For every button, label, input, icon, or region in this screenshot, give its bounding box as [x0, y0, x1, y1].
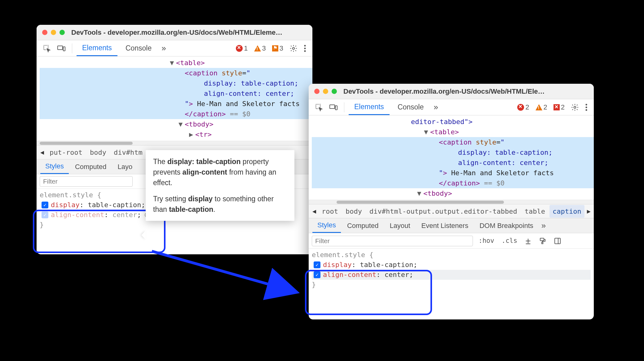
flag-icon [272, 45, 278, 51]
svg-point-3 [293, 47, 295, 49]
titlebar: DevTools - developer.mozilla.org/en-US/d… [37, 25, 312, 40]
close-icon[interactable] [42, 30, 47, 35]
rule-selector: element.style { [312, 250, 591, 260]
styles-filter-input[interactable] [40, 176, 133, 187]
subtab-dom-breakpoints[interactable]: DOM Breakpoints [474, 218, 538, 233]
styles-filter-row: :hov .cls [309, 233, 594, 249]
svg-rect-1 [58, 46, 63, 50]
new-style-rule-icon[interactable] [523, 236, 533, 246]
device-toggle-icon[interactable] [327, 102, 340, 113]
minimize-icon[interactable] [323, 89, 328, 94]
inspect-icon[interactable] [313, 101, 325, 113]
hov-toggle[interactable]: :hov [477, 235, 496, 247]
crumb-item[interactable]: body [87, 146, 109, 159]
svg-rect-9 [330, 105, 335, 109]
tab-console[interactable]: Console [392, 99, 429, 115]
dom-tree[interactable]: ▼<table> <caption style=" display: table… [37, 56, 312, 141]
close-icon[interactable] [314, 89, 320, 94]
styles-pane[interactable]: element.style { ✓ display: table-caption… [309, 249, 594, 293]
device-toggle-icon[interactable] [55, 43, 68, 54]
maximize-icon[interactable] [60, 30, 65, 35]
svg-rect-2 [63, 47, 65, 51]
breadcrumb: ◀ root body div#html-output.output.edito… [309, 204, 594, 218]
crumb-next-icon[interactable]: ▶ [586, 206, 592, 216]
tabs-overflow-icon[interactable]: » [160, 43, 168, 53]
dom-tree[interactable]: editor-tabbed"> ▼<table> <caption style=… [309, 115, 594, 200]
checkbox-on-icon[interactable]: ✓ [42, 202, 48, 208]
checkbox-on-icon[interactable]: ✓ [314, 271, 320, 278]
error-square-icon [554, 104, 560, 110]
crumb-item[interactable]: div#htm [111, 146, 146, 159]
subtab-styles[interactable]: Styles [312, 218, 341, 233]
svg-rect-20 [555, 238, 560, 244]
styles-filter-input[interactable] [312, 236, 473, 246]
cls-toggle[interactable]: .cls [500, 235, 519, 247]
warning-icon [536, 104, 542, 110]
svg-point-12 [585, 104, 587, 105]
warning-icon [254, 45, 261, 51]
crumb-item[interactable]: div#html-output.output.editor-tabbed [366, 205, 520, 218]
devtools-toolbar: Elements Console » 2 2 2 [309, 99, 594, 115]
window-title: DevTools - developer.mozilla.org/en-US/d… [71, 29, 282, 37]
style-property-display[interactable]: ✓ display: table-caption; [312, 260, 591, 270]
status-info[interactable]: 3 [270, 44, 285, 52]
subtab-styles[interactable]: Styles [40, 159, 69, 174]
checkbox-on-icon[interactable]: ✓ [314, 261, 320, 268]
maximize-icon[interactable] [332, 89, 337, 94]
elements-panel: editor-tabbed"> ▼<table> <caption style=… [309, 115, 594, 319]
svg-point-13 [585, 106, 587, 108]
crumb-item[interactable]: put-root [46, 146, 86, 159]
svg-point-6 [304, 50, 306, 52]
styles-subtabs: Styles Computed Layout Event Listeners D… [309, 218, 594, 233]
svg-rect-18 [540, 238, 544, 241]
error-icon [236, 45, 243, 52]
subtab-event-listeners[interactable]: Event Listeners [417, 218, 474, 233]
subtab-layout[interactable]: Layout [385, 218, 415, 233]
svg-rect-10 [335, 106, 337, 110]
status-warnings[interactable]: 2 [534, 103, 549, 111]
rule-close-brace: } [312, 280, 591, 290]
tab-elements[interactable]: Elements [349, 99, 390, 115]
tab-elements[interactable]: Elements [77, 40, 117, 56]
css-hint-tooltip: The display: table-caption property prev… [146, 150, 294, 221]
crumb-item[interactable]: root [319, 205, 341, 218]
crumb-prev-icon[interactable]: ◀ [311, 206, 317, 216]
tab-console[interactable]: Console [120, 40, 157, 56]
tabs-overflow-icon[interactable]: » [432, 102, 440, 112]
computed-panel-icon[interactable] [552, 235, 563, 247]
devtools-window-right: DevTools - developer.mozilla.org/en-US/d… [309, 84, 594, 319]
scrollbar-horizontal[interactable] [309, 200, 594, 204]
svg-line-7 [152, 251, 294, 292]
subtab-layout[interactable]: Layo [112, 159, 137, 174]
subtabs-overflow-icon[interactable]: » [540, 221, 548, 230]
paint-icon[interactable] [537, 235, 548, 247]
svg-rect-19 [542, 242, 543, 244]
annotation-arrow [149, 248, 310, 304]
checkbox-dim-icon[interactable]: ✓ [42, 212, 48, 218]
scrollbar-horizontal[interactable] [37, 141, 312, 145]
svg-point-14 [585, 109, 587, 111]
svg-point-11 [574, 106, 576, 108]
crumb-item[interactable]: table [522, 205, 548, 218]
crumb-prev-icon[interactable]: ◀ [39, 147, 45, 158]
inspect-icon[interactable] [41, 42, 53, 54]
style-property-align-content[interactable]: ✓ align-content: center; [312, 270, 591, 280]
subtab-computed[interactable]: Computed [70, 159, 112, 174]
devtools-toolbar: Elements Console » 1 3 3 [37, 40, 312, 56]
crumb-item-active[interactable]: caption [549, 205, 584, 218]
status-errors[interactable]: 2 [515, 103, 531, 111]
gear-icon[interactable] [288, 42, 299, 54]
status-info[interactable]: 2 [552, 103, 567, 111]
svg-point-5 [304, 47, 306, 49]
kebab-icon[interactable] [583, 101, 589, 113]
status-warnings[interactable]: 3 [252, 44, 268, 52]
svg-point-4 [304, 45, 306, 46]
gear-icon[interactable] [569, 101, 581, 113]
error-icon [517, 104, 524, 111]
status-errors[interactable]: 1 [234, 44, 249, 52]
window-title: DevTools - developer.mozilla.org/en-US/d… [343, 87, 545, 96]
subtab-computed[interactable]: Computed [342, 218, 384, 233]
minimize-icon[interactable] [51, 30, 56, 35]
crumb-item[interactable]: body [342, 205, 365, 218]
kebab-icon[interactable] [302, 42, 308, 54]
